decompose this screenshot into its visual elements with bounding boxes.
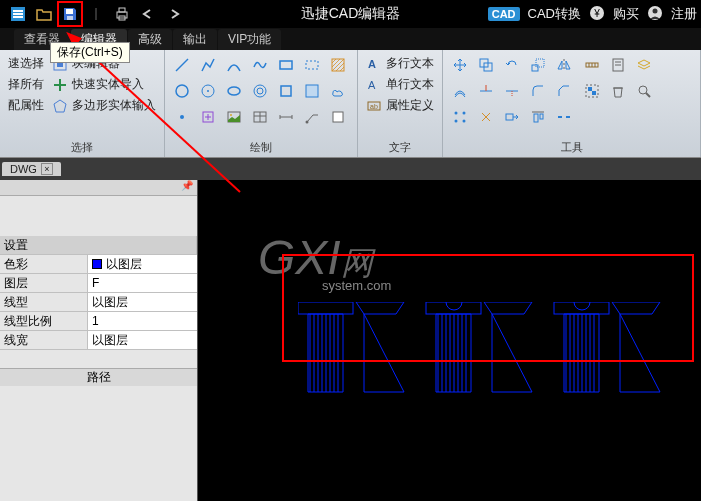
text-button[interactable]: A 单行文本 xyxy=(364,75,436,94)
attdef-button[interactable]: ab 属性定义 xyxy=(364,96,436,115)
svg-rect-2 xyxy=(13,13,23,15)
trim-tool[interactable] xyxy=(475,80,497,102)
svg-rect-39 xyxy=(333,112,343,122)
scale-tool[interactable] xyxy=(527,54,549,76)
mirror-tool[interactable] xyxy=(553,54,575,76)
image-tool[interactable] xyxy=(223,106,245,128)
point-tool[interactable] xyxy=(171,106,193,128)
svg-rect-28 xyxy=(281,86,291,96)
extend-tool[interactable] xyxy=(501,80,523,102)
quick-select-button[interactable]: 速选择 xyxy=(6,54,46,73)
region-tool[interactable] xyxy=(301,80,323,102)
prop-row-lineweight[interactable]: 线宽 以图层 xyxy=(0,331,197,350)
svg-text:A: A xyxy=(368,58,376,70)
prop-row-linetype[interactable]: 线型 以图层 xyxy=(0,293,197,312)
copy-tool[interactable] xyxy=(475,54,497,76)
ellipse-tool[interactable] xyxy=(223,80,245,102)
rect2-tool[interactable] xyxy=(275,80,297,102)
svg-point-33 xyxy=(230,114,232,116)
properties-tool[interactable] xyxy=(607,54,629,76)
prop-row-ltscale[interactable]: 线型比例 1 xyxy=(0,312,197,331)
fillet-tool[interactable] xyxy=(527,80,549,102)
tab-output[interactable]: 输出 xyxy=(173,29,217,50)
wipeout-tool[interactable] xyxy=(327,106,349,128)
document-tab[interactable]: DWG × xyxy=(2,162,61,176)
svg-text:A: A xyxy=(368,79,376,91)
annotation-red-box xyxy=(282,254,694,362)
circle-center-tool[interactable] xyxy=(197,80,219,102)
polyline-tool[interactable] xyxy=(197,54,219,76)
svg-rect-29 xyxy=(306,85,318,97)
match-props-button[interactable]: 配属性 xyxy=(6,96,46,115)
register-link[interactable]: 注册 xyxy=(671,5,697,23)
move-tool[interactable] xyxy=(449,54,471,76)
buy-link[interactable]: 购买 xyxy=(613,5,639,23)
prop-row-layer[interactable]: 图层 F xyxy=(0,274,197,293)
user-icon xyxy=(647,5,663,24)
cad-badge: CAD xyxy=(488,7,520,21)
save-button[interactable] xyxy=(58,2,82,26)
svg-line-74 xyxy=(646,93,650,97)
undo-button[interactable] xyxy=(136,2,160,26)
dimension-tool[interactable] xyxy=(275,106,297,128)
cloud-tool[interactable] xyxy=(327,80,349,102)
svg-rect-59 xyxy=(540,114,543,119)
svg-point-25 xyxy=(228,87,240,95)
find-tool[interactable] xyxy=(633,80,655,102)
donut-tool[interactable] xyxy=(249,80,271,102)
svg-point-30 xyxy=(180,115,184,119)
tab-vip[interactable]: VIP功能 xyxy=(218,29,281,50)
quick-access-toolbar xyxy=(0,2,186,26)
svg-rect-8 xyxy=(119,8,125,12)
color-swatch xyxy=(92,259,102,269)
circle-tool[interactable] xyxy=(171,80,193,102)
svg-rect-71 xyxy=(592,91,596,95)
prop-row-color[interactable]: 色彩 以图层 xyxy=(0,255,197,274)
print-button[interactable] xyxy=(110,2,134,26)
rotate-tool[interactable] xyxy=(501,54,523,76)
ribbon-group-draw-label: 绘制 xyxy=(171,138,351,155)
explode-tool[interactable] xyxy=(475,106,497,128)
table-tool[interactable] xyxy=(249,106,271,128)
svg-line-18 xyxy=(176,59,188,71)
svg-rect-20 xyxy=(306,61,318,69)
cad-convert-link[interactable]: CAD转换 xyxy=(528,5,581,23)
break-tool[interactable] xyxy=(553,106,575,128)
svg-text:ab: ab xyxy=(370,103,378,110)
pin-icon[interactable]: 📌 xyxy=(181,180,193,195)
svg-marker-17 xyxy=(54,100,66,112)
leader-tool[interactable] xyxy=(301,106,323,128)
chamfer-tool[interactable] xyxy=(553,80,575,102)
tab-advanced[interactable]: 高级 xyxy=(128,29,172,50)
arc-tool[interactable] xyxy=(223,54,245,76)
quick-entity-button[interactable]: 快速实体导入 xyxy=(50,75,158,94)
group-tool[interactable] xyxy=(581,80,603,102)
hatch-tool[interactable] xyxy=(327,54,349,76)
rect-dashed-tool[interactable] xyxy=(301,54,323,76)
svg-rect-47 xyxy=(536,59,544,67)
select-all-button[interactable]: 择所有 xyxy=(6,75,46,94)
purge-tool[interactable] xyxy=(607,80,629,102)
mtext-icon: A xyxy=(366,56,382,72)
block-insert-tool[interactable] xyxy=(197,106,219,128)
svg-text:¥: ¥ xyxy=(593,8,600,19)
titlebar: 迅捷CAD编辑器 CAD CAD转换 ¥ 购买 注册 xyxy=(0,0,701,28)
mtext-button[interactable]: A 多行文本 xyxy=(364,54,436,73)
plus-icon xyxy=(52,77,68,93)
panel-section-path[interactable]: 路径 xyxy=(0,368,197,386)
stretch-tool[interactable] xyxy=(501,106,523,128)
redo-button[interactable] xyxy=(162,2,186,26)
layer-tool[interactable] xyxy=(633,54,655,76)
offset-tool[interactable] xyxy=(449,80,471,102)
spline-tool[interactable] xyxy=(249,54,271,76)
align-tool[interactable] xyxy=(527,106,549,128)
measure-tool[interactable] xyxy=(581,54,603,76)
rect-tool[interactable] xyxy=(275,54,297,76)
close-icon[interactable]: × xyxy=(41,163,53,175)
array-tool[interactable] xyxy=(449,106,471,128)
app-menu-button[interactable] xyxy=(6,2,30,26)
line-tool[interactable] xyxy=(171,54,193,76)
properties-panel: 📌 设置 色彩 以图层 图层 F 线型 以图层 线型比例 1 线宽 以图层 路径 xyxy=(0,180,198,501)
open-button[interactable] xyxy=(32,2,56,26)
polygon-entity-button[interactable]: 多边形实体输入 xyxy=(50,96,158,115)
